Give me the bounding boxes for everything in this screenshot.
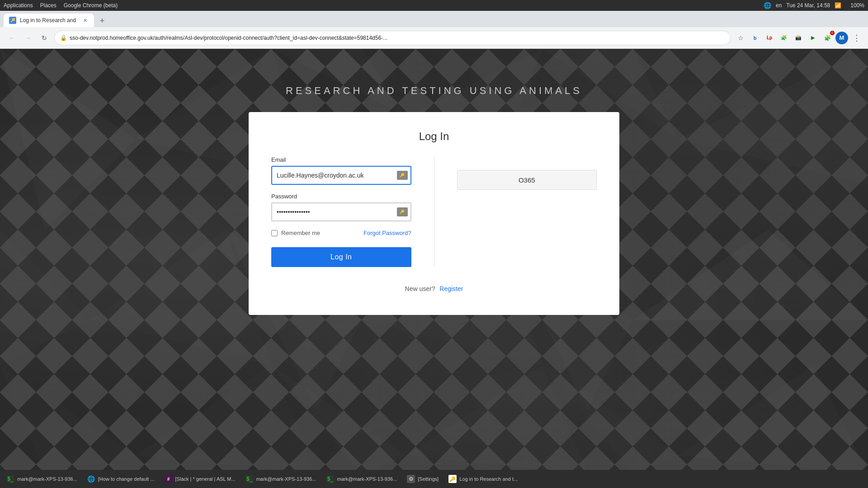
applications-menu[interactable]: Applications [4,2,33,9]
tab-title: Log in to Research and [20,17,78,23]
browser-window: 🔑 Log in to Research and ✕ + ← → ↻ 🔒 sso… [0,11,868,470]
site-title: RESEARCH AND TESTING USING ANIMALS [286,85,582,97]
back-button[interactable]: ← [5,32,18,44]
email-input[interactable] [271,166,411,185]
taskbar-item-terminal-1[interactable]: $_ mark@mark-XPS-13-936... [2,471,82,487]
address-bar: ← → ↻ 🔒 sso-dev.notprod.homeoffice.gov.u… [0,27,868,49]
svg-marker-2 [271,49,407,117]
taskbar-item-chrome-login[interactable]: 🔑 Log in to Research and t... [444,471,522,487]
taskbar-item-terminal-3[interactable]: $_ mark@mark-XPS-13-936... [321,471,401,487]
more-options-icon[interactable]: ⋮ [850,32,863,44]
bottom-taskbar: $_ mark@mark-XPS-13-936... 🌐 [How to cha… [0,470,868,488]
chrome-menu[interactable]: Google Chrome (beta) [64,2,118,9]
places-menu[interactable]: Places [40,2,57,9]
taskbar-item-slack[interactable]: # [Slack | * general | ASL M... [160,471,240,487]
browser-icon-1: 🌐 [87,475,95,483]
settings-icon: ⚙ [407,475,415,483]
email-group: Email 🔑 [271,156,411,185]
tab-favicon: 🔑 [9,17,16,24]
new-tab-button[interactable]: + [96,14,108,27]
svg-marker-6 [0,230,90,365]
login-button[interactable]: Log In [271,247,411,267]
new-user-row: New user? Register [271,285,597,292]
lock-icon: 🔒 [60,35,67,41]
remember-me-label[interactable]: Remember me [271,230,320,236]
taskbar-item-terminal-2[interactable]: $_ mark@mark-XPS-13-936... [241,471,321,487]
checkbox-row: Remember me Forgot Password? [271,230,411,236]
taskbar-label-terminal-1: mark@mark-XPS-13-936... [17,476,77,482]
taskbar-label-slack: [Slack | * general | ASL M... [175,476,236,482]
terminal-icon-1: $_ [6,475,14,483]
terminal-icon-2: $_ [245,475,254,483]
password-input-wrapper: 🔑 [271,202,411,221]
toolbar-icons: ☆ b Lp 🧩 📸 ▶ 🧩 0 M ⋮ [734,32,863,44]
os-taskbar-right: 🌐 en Tue 24 Mar, 14:58 📶 100% [764,2,864,9]
login-card-title: Log In [419,130,449,143]
datetime-label: Tue 24 Mar, 14:58 [786,2,830,9]
o365-button[interactable]: O365 [457,170,597,190]
ext-icon-3[interactable]: ▶ [807,32,819,44]
login-sso-section: O365 [457,156,597,267]
bookmark-star-icon[interactable]: ☆ [734,32,747,44]
svg-marker-0 [0,49,136,230]
chrome-icon: 🔑 [448,475,457,483]
taskbar-label-settings: [Settings] [418,476,439,482]
tab-close-button[interactable]: ✕ [81,17,89,24]
os-taskbar: Applications Places Google Chrome (beta)… [0,0,868,11]
os-taskbar-left: Applications Places Google Chrome (beta) [4,2,118,9]
url-bar[interactable]: 🔒 sso-dev.notprod.homeoffice.gov.uk/auth… [54,31,731,45]
taskbar-label-terminal-2: mark@mark-XPS-13-936... [256,476,316,482]
url-text: sso-dev.notprod.homeoffice.gov.uk/auth/r… [70,35,725,41]
lastpass-ext-icon[interactable]: Lp [763,32,776,44]
svg-marker-5 [678,49,868,184]
remember-me-checkbox[interactable] [271,230,278,236]
wifi-icon: 📶 [835,2,841,9]
svg-marker-17 [678,365,868,470]
ext-icon-1[interactable]: 🧩 [778,32,790,44]
password-group: Password 🔑 [271,193,411,221]
taskbar-item-settings[interactable]: ⚙ [Settings] [402,471,443,487]
password-label: Password [271,193,411,200]
taskbar-label-terminal-3: mark@mark-XPS-13-936... [337,476,397,482]
taskbar-label-chrome-login: Log in to Research and t... [459,476,518,482]
profile-avatar[interactable]: M [835,32,848,44]
tab-bar: 🔑 Log in to Research and ✕ + [0,11,868,27]
battery-label: 100% [850,2,864,9]
email-autofill-icon: 🔑 [397,171,408,180]
slack-icon: # [165,475,173,483]
email-label: Email [271,156,411,163]
taskbar-item-browser-1[interactable]: 🌐 [How to change default ... [83,471,159,487]
login-divider [434,156,434,267]
forgot-password-link[interactable]: Forgot Password? [363,230,411,236]
browser-tab-active[interactable]: 🔑 Log in to Research and ✕ [4,14,94,27]
bitwarden-ext-icon[interactable]: b [749,32,761,44]
login-form-section: Email 🔑 Password 🔑 [271,156,411,267]
ext-badge-icon[interactable]: 🧩 0 [821,32,834,44]
forward-button[interactable]: → [22,32,34,44]
password-input[interactable] [271,202,411,221]
ext-icon-2[interactable]: 📸 [792,32,805,44]
login-card: Log In Email 🔑 Password [249,112,619,315]
new-user-label: New user? [405,285,435,292]
login-body: Email 🔑 Password 🔑 [271,156,597,267]
terminal-icon-3: $_ [326,475,334,483]
page-content: RESEARCH AND TESTING USING ANIMALS Log I… [0,49,868,470]
register-link[interactable]: Register [439,285,463,292]
reload-button[interactable]: ↻ [38,32,51,44]
network-icon: 🌐 [764,2,771,9]
svg-marker-11 [633,230,868,320]
svg-marker-12 [0,365,136,470]
locale-label: en [776,2,782,9]
email-input-wrapper: 🔑 [271,166,411,185]
remember-me-text: Remember me [281,230,320,236]
password-autofill-icon: 🔑 [397,207,408,216]
taskbar-label-browser-1: [How to change default ... [98,476,155,482]
